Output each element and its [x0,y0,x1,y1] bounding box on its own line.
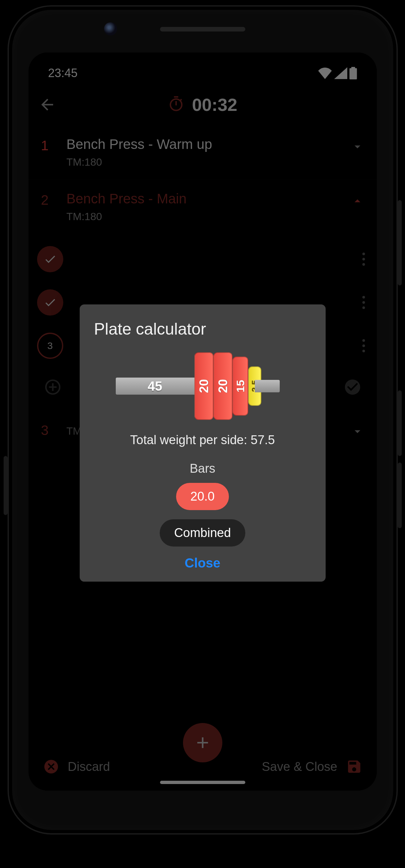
hw-button [398,391,402,456]
set-pending-badge[interactable]: 3 [37,333,63,359]
more-icon[interactable] [356,339,371,352]
status-icons [318,67,357,80]
wifi-icon [318,67,332,79]
discard-button[interactable]: Discard [43,758,110,775]
battery-icon [349,67,357,80]
close-circle-icon [43,758,59,775]
save-label: Save & Close [262,760,337,774]
exercise-row[interactable]: 1 Bench Press - Warm up TM:180 [29,125,377,180]
barbell-graphic: 45 20 20 15 2.5 [94,348,311,424]
check-icon [43,296,57,309]
status-bar: 23:45 [29,53,377,87]
bar-weight-label: 45 [148,379,162,394]
set-row[interactable] [34,238,371,281]
save-icon [346,758,362,775]
hw-button [4,456,7,515]
chevron-down-icon[interactable] [350,421,364,440]
stopwatch-icon [167,95,185,114]
set-done-badge[interactable] [37,246,63,272]
fab-add-button[interactable] [183,723,222,763]
bottom-bar: Discard Save & Close [29,747,377,790]
timer-value: 00:32 [192,94,237,115]
exercise-title: Bench Press - Warm up [67,136,338,152]
bar-sleeve [255,380,280,392]
exercise-row[interactable]: 2 Bench Press - Main TM:180 [29,180,377,234]
bars-section-label: Bars [94,462,311,476]
exercise-subtitle: TM:180 [67,211,338,223]
more-icon[interactable] [356,253,371,266]
exercise-number: 3 [36,421,54,438]
hw-button [398,200,402,285]
set-number: 3 [47,340,53,351]
phone-camera [104,22,117,35]
exercise-title: Bench Press - Main [67,191,338,207]
back-button[interactable] [38,96,56,114]
bar-shaft: 45 [116,378,194,395]
screen: 23:45 00:32 1 [29,53,377,790]
plate-calculator-dialog: Plate calculator 45 20 20 15 2.5 Total w… [80,304,325,582]
total-weight-label: Total weight per side: 57.5 [94,433,311,447]
hw-button [398,463,402,528]
status-time: 23:45 [48,66,78,80]
set-done-badge[interactable] [37,289,63,316]
exercise-number: 1 [36,136,54,154]
plus-icon [193,734,212,752]
discard-label: Discard [68,760,110,774]
app-bar: 00:32 [29,87,377,123]
plate: 20 [194,352,214,420]
phone-speaker [160,27,245,31]
signal-icon [334,67,347,79]
exercise-number: 2 [36,191,54,208]
more-icon[interactable] [356,296,371,309]
chevron-up-icon[interactable] [350,191,364,209]
plate: 15 [232,356,248,415]
combined-chip[interactable]: Combined [160,519,245,547]
plate-stack: 20 20 15 2.5 [194,348,261,424]
dialog-title: Plate calculator [94,319,311,339]
phone-frame: 23:45 00:32 1 [12,10,393,830]
save-close-button[interactable]: Save & Close [262,758,362,775]
bar-weight-chip[interactable]: 20.0 [176,483,229,510]
check-circle-icon[interactable] [343,378,362,396]
timer[interactable]: 00:32 [65,94,340,115]
close-button[interactable]: Close [94,556,311,570]
chevron-down-icon[interactable] [350,136,364,155]
plus-circle-icon [43,378,62,396]
exercise-subtitle: TM:180 [67,156,338,168]
plate: 20 [214,352,232,420]
nav-handle[interactable] [160,781,245,784]
check-icon [43,253,57,266]
